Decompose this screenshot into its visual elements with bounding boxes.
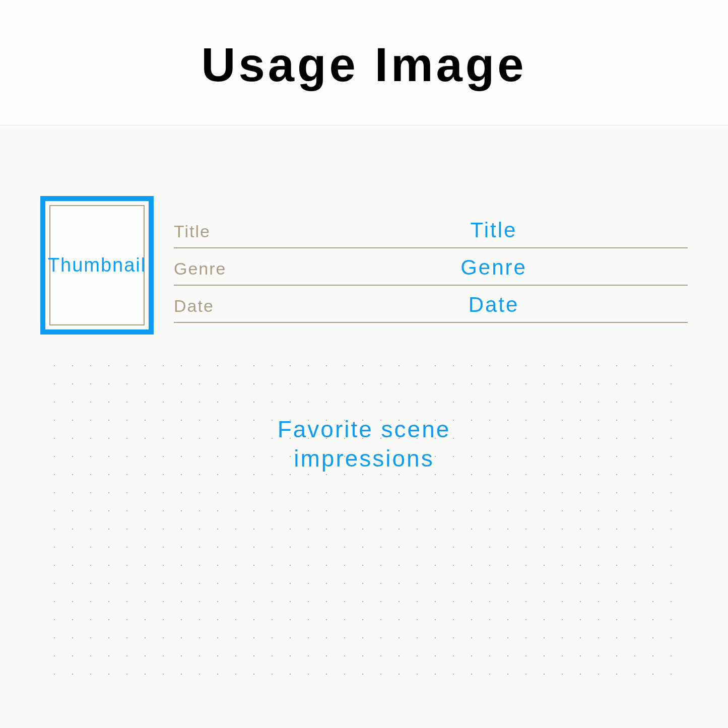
page-title: Usage Image [0, 38, 728, 92]
notes-line-1: Favorite scene [278, 416, 451, 442]
thumbnail-label: Thumbnail [48, 254, 146, 276]
field-row-genre: Genre Genre [174, 248, 688, 286]
content-section: Thumbnail Title Title Genre Genre Date D… [0, 125, 728, 335]
thumbnail-placeholder[interactable]: Thumbnail [40, 196, 154, 335]
notes-line-2: impressions [294, 445, 434, 472]
field-label-date: Date [174, 296, 300, 316]
field-row-title: Title Title [174, 211, 688, 248]
field-label-genre: Genre [174, 259, 300, 279]
field-label-title: Title [174, 222, 300, 241]
notes-section[interactable]: Favorite scene impressions [40, 365, 688, 675]
fields-section: Title Title Genre Genre Date Date [174, 196, 688, 335]
field-value-title[interactable]: Title [300, 218, 688, 242]
field-value-genre[interactable]: Genre [300, 255, 688, 280]
field-value-date[interactable]: Date [300, 293, 688, 317]
header-section: Usage Image [0, 0, 728, 125]
notes-text: Favorite scene impressions [60, 415, 668, 473]
field-row-date: Date Date [174, 286, 688, 323]
